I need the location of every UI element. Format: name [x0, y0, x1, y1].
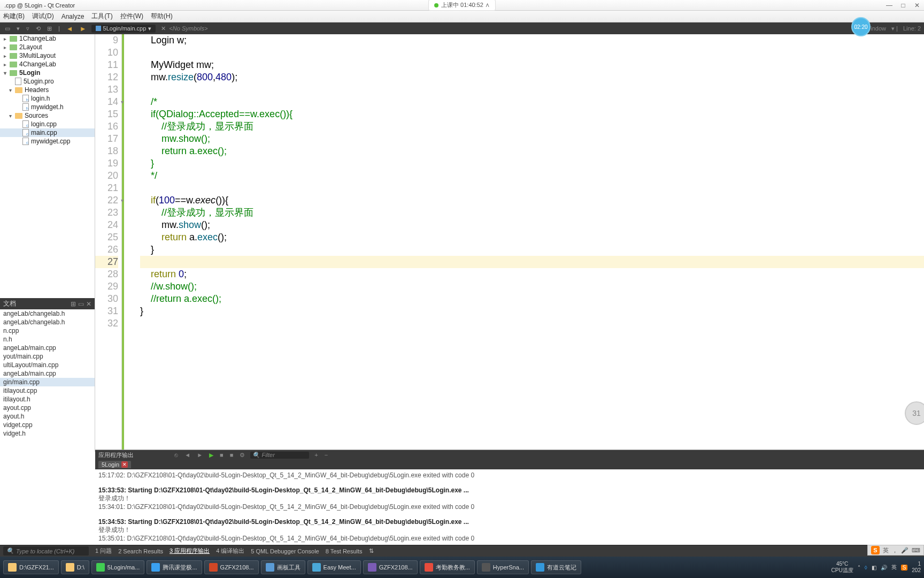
output-tab-close[interactable]: ✕: [121, 461, 128, 468]
tray-app-icon[interactable]: ◧: [872, 565, 876, 571]
output-zoom-out[interactable]: −: [324, 452, 329, 458]
open-doc-item[interactable]: angeLab/changelab.h: [0, 318, 95, 326]
menu-analyze[interactable]: Analyze: [61, 13, 84, 20]
output-filter-input[interactable]: 🔍 Filter: [250, 452, 309, 459]
maximize-button[interactable]: □: [898, 2, 908, 9]
open-doc-item[interactable]: ultiLayout/main.cpp: [0, 361, 95, 369]
status-issues[interactable]: 1 问题: [95, 547, 112, 555]
output-stop2-button[interactable]: ■: [229, 452, 235, 458]
tray-sogou-icon[interactable]: S: [901, 565, 908, 571]
taskbar-item[interactable]: 5Login/ma...: [91, 560, 145, 574]
nav-forward-button[interactable]: ►: [78, 25, 88, 33]
taskbar-item[interactable]: GZFX2108...: [204, 560, 259, 574]
taskbar-item[interactable]: D:\: [61, 560, 89, 574]
split-icon[interactable]: ▭: [3, 25, 12, 32]
locator-input[interactable]: 🔍 Type to locate (Ctrl+K): [3, 546, 89, 556]
status-compile[interactable]: 4 编译输出: [216, 547, 244, 555]
tree-item[interactable]: ▾Headers: [0, 86, 95, 94]
open-doc-item[interactable]: ayout.h: [0, 412, 95, 421]
taskbar-item[interactable]: 有道云笔记: [531, 560, 581, 574]
output-next-icon[interactable]: ►: [196, 452, 204, 458]
taskbar-item[interactable]: 腾讯课堂极...: [147, 560, 202, 574]
tray-up-icon[interactable]: ˄: [858, 565, 860, 571]
open-doc-item[interactable]: gin/main.cpp: [0, 378, 95, 386]
output-prev-icon[interactable]: ◄: [183, 452, 191, 458]
menu-build[interactable]: 构建(B): [3, 12, 25, 21]
tray-shield-icon[interactable]: ◊: [865, 565, 867, 571]
tree-item[interactable]: ▸4ChangeLab: [0, 60, 95, 69]
line-indicator[interactable]: Line: 2: [903, 25, 921, 32]
tray-temperature[interactable]: 45°CCPU温度: [831, 561, 853, 574]
open-doc-item[interactable]: n.h: [0, 335, 95, 344]
output-text[interactable]: 15:17:02: D:\GZFX2108\01-Qt\day02\build-…: [95, 469, 924, 557]
tab-close-button[interactable]: ✕: [161, 25, 166, 32]
output-zoom-in[interactable]: +: [313, 452, 319, 458]
menu-help[interactable]: 帮助(H): [151, 12, 173, 21]
tree-item[interactable]: ▸2Layout: [0, 43, 95, 51]
menu-debug[interactable]: 调试(D): [32, 12, 54, 21]
output-attach-icon[interactable]: ⎋: [173, 452, 179, 458]
symbols-dropdown[interactable]: <No Symbols>: [169, 25, 207, 32]
open-doc-item[interactable]: itilayout.cpp: [0, 386, 95, 395]
tree-item[interactable]: 5Login.pro: [0, 77, 95, 86]
ime-indicator[interactable]: S 英 ， 🎤 ⌨: [867, 545, 924, 556]
output-stop-button[interactable]: ■: [219, 452, 225, 458]
minimize-button[interactable]: —: [884, 2, 894, 9]
open-doc-item[interactable]: yout/main.cpp: [0, 352, 95, 361]
taskbar-item[interactable]: 考勤教务教...: [420, 560, 475, 574]
output-run-button[interactable]: ▶: [208, 452, 214, 459]
code-editor[interactable]: 91011121314▾1516171819202122▾23242526272…: [95, 34, 924, 452]
open-doc-item[interactable]: itilayout.h: [0, 395, 95, 404]
output-tab[interactable]: 5Login ✕: [98, 461, 131, 468]
status-app-output[interactable]: 3 应用程序输出: [170, 547, 210, 555]
tray-clock[interactable]: 1202: [912, 561, 921, 574]
tree-item[interactable]: ▸3MultiLayout: [0, 51, 95, 60]
open-doc-item[interactable]: vidget.cpp: [0, 421, 95, 429]
taskbar-item[interactable]: Easy Meet...: [307, 560, 361, 574]
tree-item[interactable]: login.cpp: [0, 120, 95, 128]
menu-controls[interactable]: 控件(W): [120, 12, 143, 21]
floating-circle-badge[interactable]: 31: [905, 401, 924, 425]
open-doc-item[interactable]: angeLab/main.cpp: [0, 369, 95, 378]
open-documents-panel: 文档 ⊞ ▭ ✕ angeLab/changelab.hangeLab/chan…: [0, 298, 95, 437]
expand-icon[interactable]: ⊞: [45, 25, 53, 32]
status-qml[interactable]: 5 QML Debugger Console: [251, 548, 319, 554]
class-timer-badge[interactable]: 上课中 01:40:52 ∧: [428, 0, 496, 11]
anchor-icon[interactable]: ▾: [15, 25, 21, 32]
tray-ime-icon[interactable]: 英: [891, 564, 897, 571]
app-icon: [536, 563, 544, 572]
tree-item[interactable]: ▸1ChangeLab: [0, 34, 95, 43]
open-doc-item[interactable]: angeLab/changelab.h: [0, 309, 95, 318]
open-doc-item[interactable]: n.cpp: [0, 326, 95, 335]
status-search[interactable]: 2 Search Results: [118, 548, 163, 554]
tab-dropdown-icon[interactable]: ▾: [148, 25, 151, 32]
editor-file-tab[interactable]: 5Login/main.cpp ▾: [91, 25, 156, 33]
close-button[interactable]: ✕: [912, 2, 922, 9]
sync-icon[interactable]: ⟲: [34, 25, 42, 32]
taskbar-item[interactable]: HyperSna...: [477, 560, 529, 574]
tree-item[interactable]: mywidget.cpp: [0, 137, 95, 146]
output-settings-icon[interactable]: ⚙: [238, 452, 246, 459]
status-toggle-icon[interactable]: ⇅: [369, 547, 374, 554]
tree-item[interactable]: ▾5Login: [0, 69, 95, 77]
nav-back-button[interactable]: ◄: [65, 25, 75, 33]
menu-tools[interactable]: 工具(T): [91, 12, 112, 21]
tree-item[interactable]: mywidget.h: [0, 103, 95, 111]
floating-timer-badge[interactable]: 02:20: [851, 17, 871, 36]
taskbar-item[interactable]: 画板工具: [261, 560, 305, 574]
status-tests[interactable]: 8 Test Results: [326, 548, 363, 554]
panel-close-icon[interactable]: ✕: [86, 300, 91, 308]
filter-icon[interactable]: ▿: [25, 25, 31, 32]
cpp-file-icon: [22, 120, 29, 128]
panel-menu-icon[interactable]: ▭: [78, 300, 84, 308]
taskbar-item[interactable]: D:\GZFX21...: [3, 560, 59, 574]
panel-split-icon[interactable]: ⊞: [71, 300, 76, 308]
open-doc-item[interactable]: angeLab/main.cpp: [0, 344, 95, 352]
tree-item[interactable]: login.h: [0, 94, 95, 103]
taskbar-item[interactable]: GZFX2108...: [363, 560, 418, 574]
open-doc-item[interactable]: vidget.h: [0, 429, 95, 438]
tree-item[interactable]: ▾Sources: [0, 111, 95, 120]
open-doc-item[interactable]: ayout.cpp: [0, 404, 95, 412]
tray-volume-icon[interactable]: 🔊: [881, 565, 887, 571]
tree-item[interactable]: main.cpp: [0, 128, 95, 137]
